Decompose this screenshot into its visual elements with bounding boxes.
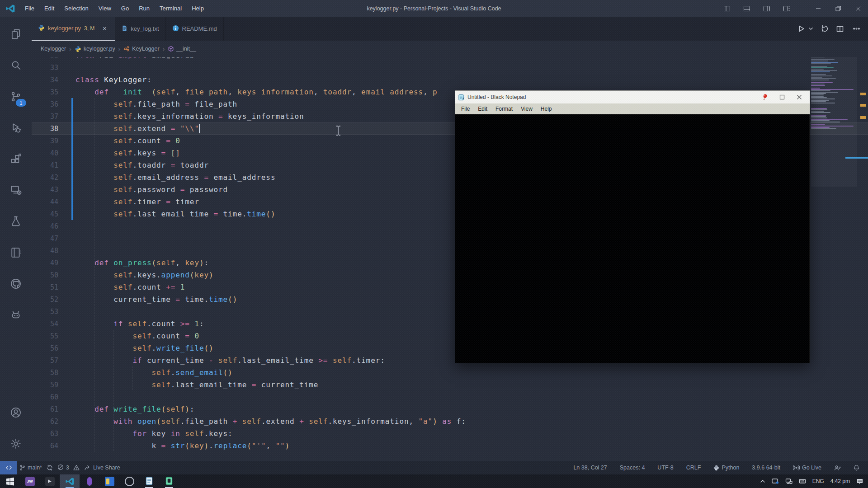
code-line-64[interactable]: 64 k = str(key).replace("'", "") <box>32 440 868 452</box>
indent-guide <box>113 330 114 452</box>
run-dropdown-button[interactable] <box>807 22 815 36</box>
status-problems[interactable]: 3 <box>55 461 82 474</box>
close-window-button[interactable] <box>848 0 868 17</box>
tray-language[interactable]: ENG <box>812 478 824 484</box>
code-line-59[interactable]: 59 self.last_email_time = current_time <box>32 379 868 391</box>
notepad-close-button[interactable] <box>792 92 807 103</box>
status-go-live[interactable]: Go Live <box>791 461 824 474</box>
tab-key-log-txt[interactable]: key_log.txt <box>115 17 165 41</box>
more-actions-button[interactable] <box>849 22 863 36</box>
code-line-60[interactable]: 60 <box>32 391 868 403</box>
activity-explorer-icon[interactable] <box>0 22 32 47</box>
tray-clock[interactable]: 4:42 pm <box>830 478 850 484</box>
code-line-34[interactable]: 34class KeyLogger: <box>32 74 868 86</box>
minimap[interactable] <box>811 43 857 461</box>
input-indicator-icon[interactable] <box>799 478 806 484</box>
action-center-icon[interactable] <box>856 478 863 485</box>
code-line-33[interactable]: 33 <box>32 61 868 74</box>
onedrive-icon[interactable] <box>772 478 779 484</box>
taskbar-photos-app[interactable] <box>99 474 119 488</box>
status-eol-sequence[interactable]: CRLF <box>684 461 703 474</box>
breadcrumb-item-keylogger[interactable]: KeyLogger <box>123 46 159 52</box>
python-icon <box>75 46 81 52</box>
toggle-panel-icon[interactable] <box>737 0 757 17</box>
menu-run[interactable]: Run <box>134 0 155 17</box>
status-encoding[interactable]: UTF-8 <box>655 461 675 474</box>
tab-readme-md[interactable]: README.md <box>166 17 224 41</box>
menu-edit[interactable]: Edit <box>39 0 59 17</box>
breadcrumb-item-keylogger-py[interactable]: keylogger.py <box>75 46 115 52</box>
status-bar: main*3Live Share Ln 38, Col 27Spaces: 4U… <box>0 461 868 474</box>
run-or-compare-button[interactable] <box>816 22 831 36</box>
scm-badge: 1 <box>16 99 26 107</box>
code-line-62[interactable]: 62 with open(self.file_path + self.exten… <box>32 415 868 427</box>
activity-extensions-icon[interactable] <box>0 146 32 172</box>
minimize-button[interactable] <box>808 0 828 17</box>
status-python-interpreter[interactable]: 3.9.6 64-bit <box>750 461 783 474</box>
start-button[interactable] <box>0 474 20 488</box>
activity-accounts-icon[interactable] <box>0 400 32 425</box>
taskbar-jw-app[interactable]: JW <box>20 474 40 488</box>
status-live-share[interactable]: Live Share <box>82 461 123 474</box>
line-number: 36 <box>32 100 58 108</box>
tab-keylogger-py[interactable]: keylogger.py3, M× <box>32 17 115 41</box>
taskbar-vscode[interactable] <box>60 474 80 488</box>
notepad-menu-help[interactable]: Help <box>537 106 556 112</box>
network-display-icon[interactable] <box>785 478 793 484</box>
toggle-secondary-sidebar-icon[interactable] <box>757 0 777 17</box>
taskbar-dark-app[interactable] <box>40 474 60 488</box>
breadcrumb-item-keylogger[interactable]: Keylogger <box>41 46 66 52</box>
status-remote-indicator[interactable] <box>0 461 17 474</box>
code-line-32[interactable]: 32from PIL import ImageGrab <box>32 57 868 61</box>
taskbar-notepad[interactable] <box>139 474 159 488</box>
menu-terminal[interactable]: Terminal <box>155 0 187 17</box>
activity-copilot-icon[interactable] <box>0 302 32 328</box>
status-feedback[interactable] <box>832 461 843 474</box>
close-tab-icon[interactable]: × <box>100 24 108 32</box>
status-git-branch[interactable]: main* <box>17 461 44 474</box>
status-label: UTF-8 <box>657 465 673 471</box>
line-number: 55 <box>32 332 58 340</box>
tray-chevron-icon[interactable] <box>760 479 765 484</box>
notepad-pin-button[interactable] <box>757 92 773 103</box>
notepad-menu-edit[interactable]: Edit <box>474 106 491 112</box>
status-indentation[interactable]: Spaces: 4 <box>618 461 647 474</box>
notepad-menu-format[interactable]: Format <box>491 106 517 112</box>
taskbar-purple-app[interactable] <box>80 474 99 488</box>
line-number: 46 <box>32 222 58 230</box>
code-line-61[interactable]: 61 def write_file(self): <box>32 403 868 415</box>
notepad-text-area[interactable] <box>455 114 810 363</box>
notepad-menu-view[interactable]: View <box>517 106 537 112</box>
notepad-maximize-button[interactable] <box>774 92 790 103</box>
code-line-63[interactable]: 63 for key in self.keys: <box>32 427 868 440</box>
menu-file[interactable]: File <box>20 0 39 17</box>
activity-settings-icon[interactable] <box>0 431 32 456</box>
menu-view[interactable]: View <box>94 0 116 17</box>
notepad-menu-file[interactable]: File <box>457 106 474 112</box>
warning-mark <box>860 104 866 107</box>
activity-search-icon[interactable] <box>0 53 32 78</box>
activity-testing-icon[interactable] <box>0 209 32 234</box>
menu-go[interactable]: Go <box>116 0 134 17</box>
activity-run-debug-icon[interactable] <box>0 115 32 141</box>
activity-source-control-icon[interactable]: 1 <box>0 84 32 109</box>
status-language-mode[interactable]: Python <box>711 461 741 474</box>
status-sync-changes[interactable] <box>44 461 55 474</box>
breadcrumb-item--init-[interactable]: __init__ <box>168 46 196 52</box>
code-line-58[interactable]: 58 self.send_email() <box>32 366 868 379</box>
line-content: if current_time - self.last_email_time >… <box>58 356 385 365</box>
notepad-titlebar[interactable]: Untitled - Black Notepad <box>455 91 810 103</box>
toggle-sidebar-icon[interactable] <box>717 0 737 17</box>
activity-github-icon[interactable] <box>0 271 32 296</box>
taskbar-ring-app[interactable] <box>119 474 139 488</box>
status-notifications[interactable] <box>851 461 862 474</box>
activity-remote-explorer-icon[interactable] <box>0 178 32 203</box>
customize-layout-icon[interactable] <box>777 0 797 17</box>
restore-button[interactable] <box>828 0 848 17</box>
taskbar-black-notepad[interactable] <box>159 474 179 488</box>
menu-selection[interactable]: Selection <box>59 0 93 17</box>
status-cursor-position[interactable]: Ln 38, Col 27 <box>571 461 609 474</box>
split-editor-button[interactable] <box>833 22 847 36</box>
menu-help[interactable]: Help <box>187 0 209 17</box>
activity-notebook-icon[interactable] <box>0 240 32 265</box>
